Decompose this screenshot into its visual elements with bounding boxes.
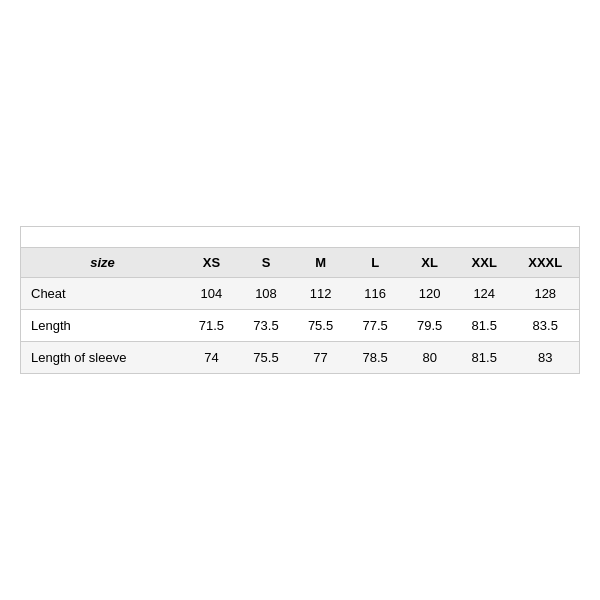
row-length-l: 77.5: [348, 310, 403, 342]
row-cheat-xs: 104: [184, 278, 239, 310]
row-sleeve-xxxl: 83: [512, 342, 580, 374]
header-row: size XS S M L XL XXL XXXL: [21, 248, 580, 278]
row-cheat-xxl: 124: [457, 278, 512, 310]
header-xs: XS: [184, 248, 239, 278]
row-sleeve-label: Length of sleeve: [21, 342, 185, 374]
row-cheat-s: 108: [239, 278, 294, 310]
row-length-label: Length: [21, 310, 185, 342]
row-sleeve-xs: 74: [184, 342, 239, 374]
row-length-m: 75.5: [293, 310, 348, 342]
size-chart-table: size XS S M L XL XXL XXXL Cheat 104 108 …: [20, 226, 580, 374]
row-length-xl: 79.5: [402, 310, 457, 342]
row-length-xxxl: 83.5: [512, 310, 580, 342]
header-size: size: [21, 248, 185, 278]
header-xxxl: XXXL: [512, 248, 580, 278]
header-m: M: [293, 248, 348, 278]
row-cheat-xxxl: 128: [512, 278, 580, 310]
row-cheat-xl: 120: [402, 278, 457, 310]
row-length: Length 71.5 73.5 75.5 77.5 79.5 81.5 83.…: [21, 310, 580, 342]
row-sleeve: Length of sleeve 74 75.5 77 78.5 80 81.5…: [21, 342, 580, 374]
row-sleeve-s: 75.5: [239, 342, 294, 374]
header-xl: XL: [402, 248, 457, 278]
row-cheat-m: 112: [293, 278, 348, 310]
row-sleeve-xl: 80: [402, 342, 457, 374]
row-cheat-label: Cheat: [21, 278, 185, 310]
header-s: S: [239, 248, 294, 278]
size-chart-container: size XS S M L XL XXL XXXL Cheat 104 108 …: [20, 226, 580, 374]
row-length-s: 73.5: [239, 310, 294, 342]
row-cheat-l: 116: [348, 278, 403, 310]
title-row: [21, 227, 580, 248]
row-cheat: Cheat 104 108 112 116 120 124 128: [21, 278, 580, 310]
row-length-xs: 71.5: [184, 310, 239, 342]
table-title: [21, 227, 580, 248]
header-xxl: XXL: [457, 248, 512, 278]
row-sleeve-l: 78.5: [348, 342, 403, 374]
header-l: L: [348, 248, 403, 278]
row-sleeve-xxl: 81.5: [457, 342, 512, 374]
row-sleeve-m: 77: [293, 342, 348, 374]
row-length-xxl: 81.5: [457, 310, 512, 342]
